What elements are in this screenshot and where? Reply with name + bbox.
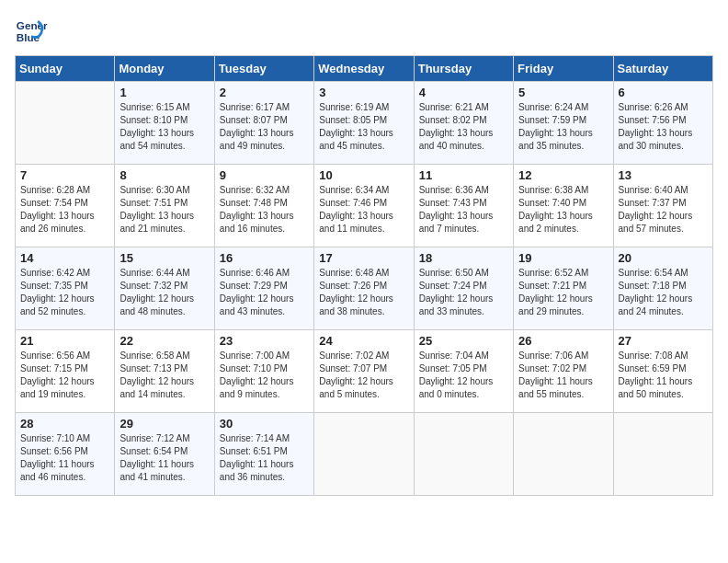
day-info: Sunrise: 6:32 AM Sunset: 7:48 PM Dayligh… — [220, 184, 309, 236]
day-number: 5 — [518, 86, 608, 99]
calendar-cell: 12Sunrise: 6:38 AM Sunset: 7:40 PM Dayli… — [514, 165, 613, 247]
day-number: 21 — [20, 334, 109, 348]
calendar-cell: 24Sunrise: 7:02 AM Sunset: 7:07 PM Dayli… — [314, 330, 414, 413]
calendar-cell: 15Sunrise: 6:44 AM Sunset: 7:32 PM Dayli… — [115, 247, 214, 330]
logo-icon: General Blue — [15, 15, 48, 48]
day-number: 11 — [419, 168, 508, 182]
calendar-cell: 27Sunrise: 7:08 AM Sunset: 6:59 PM Dayli… — [613, 330, 712, 413]
day-info: Sunrise: 6:30 AM Sunset: 7:51 PM Dayligh… — [119, 184, 209, 236]
day-number: 7 — [20, 168, 109, 182]
day-info: Sunrise: 7:06 AM Sunset: 7:02 PM Dayligh… — [518, 350, 608, 401]
page-header: General Blue — [15, 15, 713, 48]
day-info: Sunrise: 6:28 AM Sunset: 7:54 PM Dayligh… — [20, 184, 109, 236]
day-info: Sunrise: 6:15 AM Sunset: 8:10 PM Dayligh… — [119, 101, 209, 153]
calendar-cell: 7Sunrise: 6:28 AM Sunset: 7:54 PM Daylig… — [16, 165, 115, 247]
day-number: 28 — [20, 417, 109, 431]
day-number: 3 — [319, 86, 408, 99]
calendar-cell: 29Sunrise: 7:12 AM Sunset: 6:54 PM Dayli… — [115, 413, 214, 496]
calendar-cell: 25Sunrise: 7:04 AM Sunset: 7:05 PM Dayli… — [414, 330, 513, 413]
calendar-cell: 28Sunrise: 7:10 AM Sunset: 6:56 PM Dayli… — [16, 413, 115, 496]
calendar-row: 28Sunrise: 7:10 AM Sunset: 6:56 PM Dayli… — [16, 413, 713, 496]
weekday-header-cell: Friday — [514, 56, 613, 82]
day-number: 8 — [119, 168, 209, 182]
day-number: 18 — [419, 251, 508, 265]
weekday-header-cell: Monday — [115, 56, 214, 82]
day-number: 25 — [419, 334, 508, 348]
calendar-cell: 5Sunrise: 6:24 AM Sunset: 7:59 PM Daylig… — [514, 82, 613, 165]
calendar-cell — [16, 82, 115, 165]
day-info: Sunrise: 7:00 AM Sunset: 7:10 PM Dayligh… — [220, 350, 309, 401]
calendar-cell: 6Sunrise: 6:26 AM Sunset: 7:56 PM Daylig… — [613, 82, 712, 165]
calendar-cell: 9Sunrise: 6:32 AM Sunset: 7:48 PM Daylig… — [214, 165, 313, 247]
day-info: Sunrise: 6:21 AM Sunset: 8:02 PM Dayligh… — [419, 101, 508, 153]
weekday-header-row: SundayMondayTuesdayWednesdayThursdayFrid… — [16, 56, 713, 82]
day-number: 10 — [319, 168, 408, 182]
day-number: 23 — [220, 334, 309, 348]
calendar-cell: 26Sunrise: 7:06 AM Sunset: 7:02 PM Dayli… — [514, 330, 613, 413]
day-info: Sunrise: 6:48 AM Sunset: 7:26 PM Dayligh… — [319, 267, 408, 318]
day-number: 2 — [220, 86, 309, 99]
day-number: 12 — [518, 168, 608, 182]
calendar-cell: 22Sunrise: 6:58 AM Sunset: 7:13 PM Dayli… — [115, 330, 214, 413]
calendar-cell: 10Sunrise: 6:34 AM Sunset: 7:46 PM Dayli… — [314, 165, 414, 247]
day-info: Sunrise: 6:36 AM Sunset: 7:43 PM Dayligh… — [419, 184, 508, 236]
calendar-cell: 19Sunrise: 6:52 AM Sunset: 7:21 PM Dayli… — [514, 247, 613, 330]
day-info: Sunrise: 7:10 AM Sunset: 6:56 PM Dayligh… — [20, 432, 109, 484]
day-info: Sunrise: 6:17 AM Sunset: 8:07 PM Dayligh… — [220, 101, 309, 153]
calendar-cell: 17Sunrise: 6:48 AM Sunset: 7:26 PM Dayli… — [314, 247, 414, 330]
day-info: Sunrise: 7:08 AM Sunset: 6:59 PM Dayligh… — [619, 350, 708, 401]
day-info: Sunrise: 6:54 AM Sunset: 7:18 PM Dayligh… — [619, 267, 708, 318]
day-info: Sunrise: 6:40 AM Sunset: 7:37 PM Dayligh… — [619, 184, 708, 236]
day-number: 17 — [319, 251, 408, 265]
calendar-cell: 18Sunrise: 6:50 AM Sunset: 7:24 PM Dayli… — [414, 247, 513, 330]
calendar-table: SundayMondayTuesdayWednesdayThursdayFrid… — [15, 55, 713, 496]
day-number: 4 — [419, 86, 508, 99]
day-number: 29 — [119, 417, 209, 431]
logo: General Blue — [15, 15, 48, 48]
day-number: 14 — [20, 251, 109, 265]
calendar-cell — [414, 413, 513, 496]
day-number: 30 — [220, 417, 309, 431]
calendar-cell: 21Sunrise: 6:56 AM Sunset: 7:15 PM Dayli… — [16, 330, 115, 413]
calendar-cell — [514, 413, 613, 496]
day-info: Sunrise: 6:19 AM Sunset: 8:05 PM Dayligh… — [319, 101, 408, 153]
day-info: Sunrise: 7:02 AM Sunset: 7:07 PM Dayligh… — [319, 350, 408, 401]
day-number: 24 — [319, 334, 408, 348]
calendar-cell: 20Sunrise: 6:54 AM Sunset: 7:18 PM Dayli… — [613, 247, 712, 330]
calendar-body: 1Sunrise: 6:15 AM Sunset: 8:10 PM Daylig… — [16, 82, 713, 496]
day-info: Sunrise: 7:04 AM Sunset: 7:05 PM Dayligh… — [419, 350, 508, 401]
calendar-cell: 2Sunrise: 6:17 AM Sunset: 8:07 PM Daylig… — [214, 82, 313, 165]
day-info: Sunrise: 7:12 AM Sunset: 6:54 PM Dayligh… — [119, 432, 209, 484]
calendar-cell: 11Sunrise: 6:36 AM Sunset: 7:43 PM Dayli… — [414, 165, 513, 247]
calendar-row: 14Sunrise: 6:42 AM Sunset: 7:35 PM Dayli… — [16, 247, 713, 330]
calendar-row: 7Sunrise: 6:28 AM Sunset: 7:54 PM Daylig… — [16, 165, 713, 247]
calendar-cell: 1Sunrise: 6:15 AM Sunset: 8:10 PM Daylig… — [115, 82, 214, 165]
calendar-row: 1Sunrise: 6:15 AM Sunset: 8:10 PM Daylig… — [16, 82, 713, 165]
day-number: 9 — [220, 168, 309, 182]
day-number: 1 — [119, 86, 209, 99]
weekday-header-cell: Saturday — [613, 56, 712, 82]
day-info: Sunrise: 6:46 AM Sunset: 7:29 PM Dayligh… — [220, 267, 309, 318]
day-info: Sunrise: 6:42 AM Sunset: 7:35 PM Dayligh… — [20, 267, 109, 318]
day-number: 19 — [518, 251, 608, 265]
day-number: 13 — [619, 168, 708, 182]
calendar-cell: 23Sunrise: 7:00 AM Sunset: 7:10 PM Dayli… — [214, 330, 313, 413]
day-number: 20 — [619, 251, 708, 265]
day-info: Sunrise: 6:34 AM Sunset: 7:46 PM Dayligh… — [319, 184, 408, 236]
weekday-header-cell: Wednesday — [314, 56, 414, 82]
calendar-cell: 14Sunrise: 6:42 AM Sunset: 7:35 PM Dayli… — [16, 247, 115, 330]
weekday-header-cell: Tuesday — [214, 56, 313, 82]
day-number: 6 — [619, 86, 708, 99]
day-number: 16 — [220, 251, 309, 265]
day-info: Sunrise: 6:44 AM Sunset: 7:32 PM Dayligh… — [119, 267, 209, 318]
calendar-cell: 30Sunrise: 7:14 AM Sunset: 6:51 PM Dayli… — [214, 413, 313, 496]
day-number: 15 — [119, 251, 209, 265]
calendar-row: 21Sunrise: 6:56 AM Sunset: 7:15 PM Dayli… — [16, 330, 713, 413]
day-info: Sunrise: 7:14 AM Sunset: 6:51 PM Dayligh… — [220, 432, 309, 484]
day-info: Sunrise: 6:50 AM Sunset: 7:24 PM Dayligh… — [419, 267, 508, 318]
calendar-cell: 16Sunrise: 6:46 AM Sunset: 7:29 PM Dayli… — [214, 247, 313, 330]
day-number: 27 — [619, 334, 708, 348]
day-info: Sunrise: 6:26 AM Sunset: 7:56 PM Dayligh… — [619, 101, 708, 153]
day-info: Sunrise: 6:52 AM Sunset: 7:21 PM Dayligh… — [518, 267, 608, 318]
day-info: Sunrise: 6:56 AM Sunset: 7:15 PM Dayligh… — [20, 350, 109, 401]
